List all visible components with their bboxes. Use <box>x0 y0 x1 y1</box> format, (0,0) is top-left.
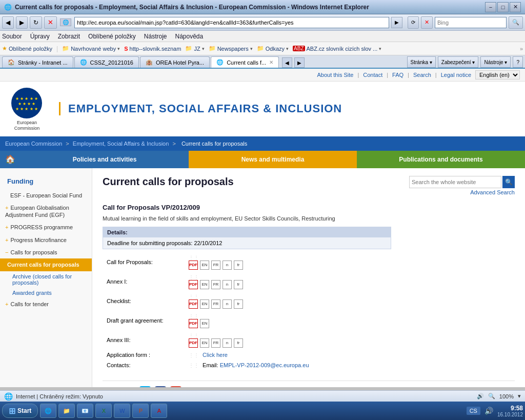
sidebar-calls-proposals[interactable]: −Calls for proposals <box>0 246 92 258</box>
page-button[interactable]: Stránka ▾ <box>407 56 436 68</box>
doc-icon-3[interactable]: fr <box>234 261 243 270</box>
pdf-icon-3[interactable]: PDF <box>189 319 198 328</box>
scroll-tabs-left[interactable]: ◀ <box>282 57 292 68</box>
pdf-icon-1[interactable]: PDF <box>189 280 198 289</box>
fav-jz[interactable]: 📁 JZ ▾ <box>185 45 204 52</box>
sidebar-calls-tender[interactable]: +Calls for tender <box>0 298 92 310</box>
fav-abz[interactable]: ABZ ABZ.cz slovník cizích slov ... ▾ <box>293 46 381 52</box>
sidebar-microfinance[interactable]: +Progress Microfinance <box>0 234 92 246</box>
sidebar-esf[interactable]: ESF - European Social Fund <box>0 189 92 202</box>
forward-button[interactable]: ▶ <box>16 16 28 29</box>
tab-orea[interactable]: 🏨 OREA Hotel Pyra... <box>140 56 210 68</box>
fav-odkazy[interactable]: 📁 Odkazy ▾ <box>257 45 289 52</box>
fav-s-icon[interactable]: S http--slovnik.seznam <box>124 46 181 52</box>
menu-nastroje[interactable]: Nástroje <box>144 33 167 40</box>
share-twitter-button[interactable]: t <box>139 386 151 387</box>
details-table: Details: Deadline for submitting proposa… <box>103 227 391 249</box>
language-select[interactable]: English (en) <box>475 70 520 79</box>
faq-link[interactable]: FAQ <box>392 72 403 78</box>
bing-search-input[interactable] <box>435 17 507 28</box>
doc-icon-14[interactable]: FR <box>211 338 220 348</box>
advanced-search-link[interactable]: Advanced Search <box>470 189 515 195</box>
nav-news-button[interactable]: News and multimedia <box>189 151 357 168</box>
site-search-button[interactable]: 🔍 <box>502 176 515 188</box>
about-site-link[interactable]: About this Site <box>317 72 354 78</box>
doc-icon-15[interactable]: n <box>223 338 232 348</box>
taskbar-ppt-icon[interactable]: P <box>132 404 149 418</box>
bing-search-button[interactable]: 🔍 <box>509 16 523 29</box>
fav-star-icon[interactable]: ★ Oblíbené položky <box>2 45 52 52</box>
title-bar: 🌐 Current calls for proposals - Employme… <box>0 0 525 14</box>
sidebar-progress[interactable]: +PROGRESS programme <box>0 221 92 233</box>
address-bar[interactable] <box>74 17 389 28</box>
start-button[interactable]: ⊞ Start <box>2 404 38 418</box>
menu-napoveda[interactable]: Nápověda <box>175 33 204 40</box>
doc-icon-0[interactable]: EN <box>200 261 209 270</box>
close-button[interactable]: ✕ <box>510 2 521 12</box>
nav-home-button[interactable]: 🏠 <box>0 151 21 168</box>
doc-icon-10[interactable]: n <box>223 299 232 309</box>
sidebar-current-calls[interactable]: Current calls for proposals <box>0 258 92 271</box>
site-search-input[interactable] <box>409 176 501 188</box>
table-row: Call for Proposals: ⋮⋮ PDF EN FR n fr <box>103 252 391 272</box>
sidebar-awarded[interactable]: Awarded grants <box>0 288 92 298</box>
contact-link[interactable]: Contact <box>363 72 382 78</box>
search-link[interactable]: Search <box>413 72 431 78</box>
share-facebook-button[interactable]: f <box>155 386 166 387</box>
doc-icon-7[interactable]: fr <box>234 280 243 289</box>
menu-zobrazit[interactable]: Zobrazit <box>58 33 80 40</box>
doc-icon-5[interactable]: FR <box>211 280 220 289</box>
sidebar-archive[interactable]: Archive (closed calls for proposals) <box>0 271 92 288</box>
fav-navrhované[interactable]: 📁 Navrhované weby ▾ <box>62 45 120 52</box>
go-button[interactable]: ▶ <box>391 17 402 28</box>
taskbar-excel-icon[interactable]: X <box>95 404 112 418</box>
nav-publications-button[interactable]: Publications and documents <box>357 151 525 168</box>
scroll-tabs-right[interactable]: ▶ <box>294 57 305 68</box>
tab-cssz[interactable]: 🌐 CSSZ_20121016 <box>74 56 139 68</box>
doc-icon-8[interactable]: EN <box>200 299 209 309</box>
security-button[interactable]: Zabezpečení ▾ <box>438 56 479 68</box>
tab-close-button[interactable]: ✕ <box>269 59 273 65</box>
drag-handle-0: ⋮⋮ <box>189 255 199 261</box>
taskbar-word-icon[interactable]: W <box>114 404 130 418</box>
taskbar-ie-icon[interactable]: 🌐 <box>40 404 56 418</box>
nav-policies-button[interactable]: Policies and activities <box>21 151 189 168</box>
doc-icon-11[interactable]: fr <box>234 299 243 309</box>
doc-icon-13[interactable]: EN <box>200 338 209 348</box>
help-button[interactable]: ? <box>513 56 523 68</box>
doc-icon-16[interactable]: fr <box>234 338 243 348</box>
doc-icon-12[interactable]: EN <box>200 319 209 328</box>
fav-newspapers[interactable]: 📁 Newspapers ▾ <box>209 45 253 52</box>
doc-icon-1[interactable]: FR <box>211 261 220 270</box>
menu-upravy[interactable]: Úpravy <box>30 33 50 40</box>
restore-button[interactable]: □ <box>497 2 509 12</box>
pdf-icon-2[interactable]: PDF <box>189 299 198 309</box>
click-here-link[interactable]: Click here <box>203 352 228 358</box>
pdf-icon-4[interactable]: PDF <box>189 338 198 348</box>
tools-button[interactable]: Nástroje ▾ <box>480 56 511 68</box>
pdf-icon-0[interactable]: PDF <box>189 261 198 270</box>
menu-soubor[interactable]: Soubor <box>2 33 22 40</box>
menu-oblibene[interactable]: Oblíbené položky <box>88 33 136 40</box>
doc-icon-2[interactable]: n <box>223 261 232 270</box>
taskbar-acrobat-icon[interactable]: A <box>151 404 167 418</box>
stop-btn2[interactable]: ✕ <box>421 16 433 29</box>
tab-stranky[interactable]: 🏠 Stránky - Intranet ... <box>2 56 73 68</box>
breadcrumb-employment[interactable]: Employment, Social Affairs & Inclusion <box>73 141 169 147</box>
refresh-button[interactable]: ↻ <box>30 16 42 29</box>
breadcrumb-commission[interactable]: European Commission <box>5 141 62 147</box>
email-link[interactable]: EMPL-VP-2012-009@ec.europa.eu <box>220 362 309 368</box>
stop-button[interactable]: ✕ <box>44 16 57 29</box>
legal-notice-link[interactable]: Legal notice <box>441 72 471 78</box>
doc-icon-4[interactable]: EN <box>200 280 209 289</box>
share-google-button[interactable]: g+ <box>170 386 181 387</box>
doc-icon-6[interactable]: n <box>223 280 232 289</box>
tab-current-calls[interactable]: 🌐 Current calls f... ✕ <box>211 56 279 68</box>
back-button[interactable]: ◀ <box>2 16 14 29</box>
refresh-btn2[interactable]: ⟳ <box>408 16 419 29</box>
doc-icon-9[interactable]: FR <box>211 299 220 309</box>
sidebar-egf[interactable]: +European Globalisation Adjustment Fund … <box>0 202 92 222</box>
taskbar-outlook-icon[interactable]: 📧 <box>77 404 93 418</box>
minimize-button[interactable]: − <box>485 2 496 12</box>
taskbar-folder-icon[interactable]: 📁 <box>58 404 75 418</box>
